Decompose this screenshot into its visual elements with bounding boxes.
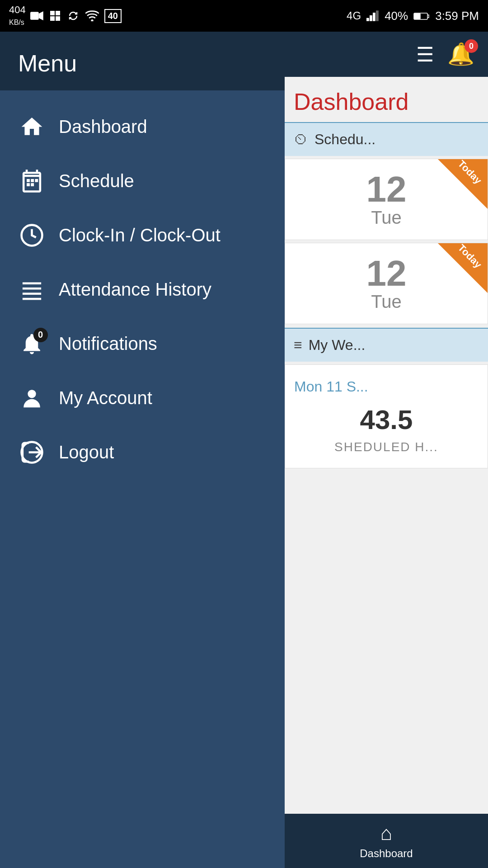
menu-item-attendance[interactable]: Attendance History (0, 262, 285, 316)
status-left: 404KB/s 40 (9, 4, 122, 28)
person-icon (18, 384, 45, 411)
day-name-2: Tue (371, 292, 401, 312)
list-weekly-icon: ≡ (294, 337, 302, 354)
account-label: My Account (59, 388, 152, 408)
bell-button[interactable]: 🔔 0 (447, 42, 474, 67)
day-number-1: 12 (366, 171, 407, 208)
weekly-hours-label: SHEDULED H... (294, 440, 479, 454)
clock-label: Clock-In / Clock-Out (59, 225, 221, 245)
svg-rect-8 (370, 15, 372, 21)
home-icon (18, 113, 45, 140)
logout-icon (18, 439, 45, 466)
notification-badge-menu: 0 (33, 328, 48, 342)
svg-rect-14 (31, 179, 34, 182)
list-icon (18, 276, 45, 303)
schedule-section-header: ⏲ Schedu... (285, 122, 488, 156)
grid-icon (48, 10, 62, 21)
svg-rect-12 (414, 14, 420, 19)
status-badge: 40 (104, 9, 122, 23)
right-topbar: ☰ 🔔 0 (285, 32, 488, 77)
network-type: 4G (347, 9, 361, 22)
svg-rect-10 (376, 10, 379, 21)
svg-rect-19 (22, 282, 41, 284)
svg-rect-0 (30, 12, 39, 20)
svg-rect-13 (27, 179, 30, 182)
weekly-hours: 43.5 (294, 404, 479, 435)
svg-rect-7 (366, 18, 369, 21)
day-number-2: 12 (366, 255, 407, 292)
dashboard-label: Dashboard (59, 117, 147, 137)
data-speed: 404KB/s (9, 4, 26, 28)
svg-rect-15 (35, 179, 38, 182)
menu-item-account[interactable]: My Account (0, 371, 285, 425)
day-name-1: Tue (371, 208, 401, 228)
schedule-section-label: Schedu... (314, 131, 375, 148)
menu-item-notifications[interactable]: 0 Notifications (0, 316, 285, 371)
notifications-label: Notifications (59, 334, 157, 354)
menu-header: Menu (0, 32, 285, 90)
calendar-card-1: Today 12 Tue (285, 159, 488, 240)
menu-item-schedule[interactable]: Schedule (0, 154, 285, 208)
menu-sidebar: Menu Dashboard Schedule (0, 32, 285, 868)
bottom-nav-dashboard[interactable]: ⌂ Dashboard (342, 817, 431, 864)
hamburger-icon[interactable]: ☰ (416, 43, 434, 66)
schedule-label: Schedule (59, 171, 134, 191)
svg-rect-9 (373, 13, 375, 21)
clock-icon (18, 222, 45, 249)
svg-point-6 (91, 19, 93, 21)
svg-rect-22 (22, 297, 41, 300)
bell-menu-icon: 0 (18, 330, 45, 357)
status-right: 4G 40% 3:59 PM (347, 9, 479, 23)
battery-percent: 40% (385, 9, 408, 23)
bottom-home-icon: ⌂ (380, 822, 393, 844)
video-icon (30, 10, 44, 21)
svg-point-23 (28, 390, 36, 398)
weekly-section: ≡ My We... Mon 11 S... 43.5 SHEDULED H..… (285, 328, 488, 468)
battery-icon (413, 10, 430, 21)
svg-rect-3 (56, 11, 60, 15)
svg-marker-1 (38, 11, 43, 20)
svg-rect-20 (22, 287, 41, 289)
attendance-label: Attendance History (59, 279, 211, 300)
weekly-header-label: My We... (309, 337, 366, 354)
time: 3:59 PM (435, 9, 479, 23)
logout-label: Logout (59, 442, 114, 462)
bottom-nav: ⌂ Dashboard (285, 814, 488, 868)
schedule-clock-icon: ⏲ (294, 131, 308, 148)
calendar-icon (18, 167, 45, 194)
menu-item-logout[interactable]: Logout (0, 425, 285, 479)
weekly-date: Mon 11 S... (294, 378, 479, 395)
menu-items: Dashboard Schedule Clock-In / Clock-Out (0, 90, 285, 488)
menu-item-dashboard[interactable]: Dashboard (0, 99, 285, 154)
main-layout: Menu Dashboard Schedule (0, 32, 488, 868)
svg-rect-21 (22, 292, 41, 295)
menu-title: Menu (18, 50, 77, 76)
notification-count: 0 (465, 39, 478, 53)
svg-rect-16 (27, 183, 30, 186)
right-panel: ☰ 🔔 0 Dashboard ⏲ Schedu... Today 12 Tue… (285, 32, 488, 868)
status-bar: 404KB/s 40 4G 40% 3:59 PM (0, 0, 488, 32)
svg-rect-2 (50, 11, 55, 15)
signal-icon (366, 10, 379, 21)
bottom-nav-label: Dashboard (360, 847, 413, 860)
refresh-icon (66, 10, 80, 21)
svg-rect-17 (31, 183, 34, 186)
wifi-icon (84, 10, 100, 21)
svg-rect-4 (50, 16, 55, 21)
menu-item-clock[interactable]: Clock-In / Clock-Out (0, 208, 285, 262)
dashboard-title: Dashboard (294, 89, 408, 115)
dashboard-title-area: Dashboard (285, 77, 488, 122)
weekly-header: ≡ My We... (285, 328, 488, 362)
calendar-card-2: Today 12 Tue (285, 243, 488, 324)
svg-rect-5 (56, 16, 60, 21)
weekly-card: Mon 11 S... 43.5 SHEDULED H... (285, 364, 488, 468)
